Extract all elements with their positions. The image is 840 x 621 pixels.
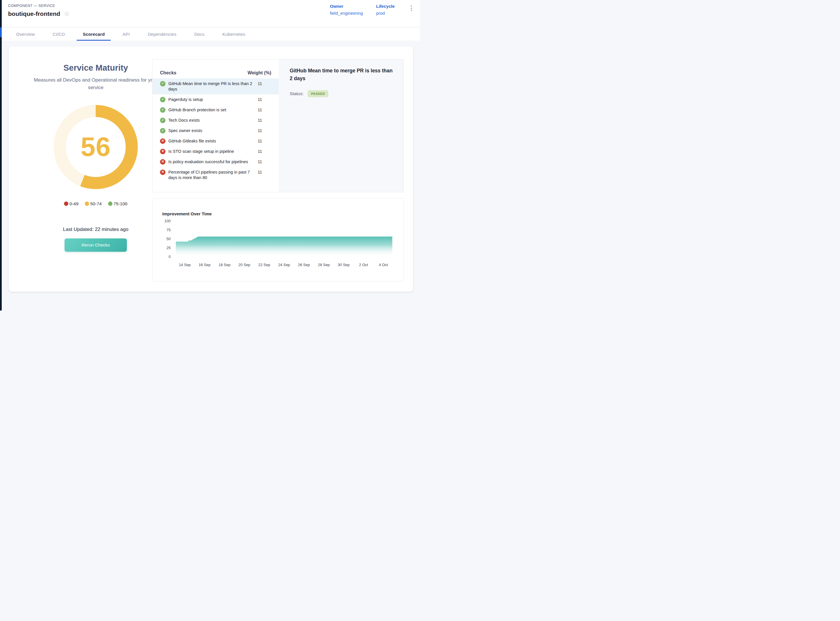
tab-scorecard[interactable]: Scorecard xyxy=(77,27,111,41)
check-row[interactable]: ✕Is STO scan stage setup in pipeline11 xyxy=(153,146,279,156)
lifecycle-value: prod xyxy=(376,11,395,15)
check-passed-icon: ✓ xyxy=(160,107,165,113)
check-weight: 11 xyxy=(258,149,262,154)
check-failed-icon: ✕ xyxy=(160,170,165,175)
legend-dot-icon xyxy=(64,201,68,206)
check-row[interactable]: ✓Spec owner exists11 xyxy=(153,126,279,136)
check-weight: 11 xyxy=(258,118,262,123)
legend-label: 50-74 xyxy=(90,201,102,206)
tab-label: Docs xyxy=(194,32,204,36)
check-row[interactable]: ✕Percentage of CI pipelines passing in p… xyxy=(153,167,279,183)
legend-label: 0-49 xyxy=(70,201,79,206)
legend-label: 75-100 xyxy=(114,201,127,206)
check-name: Is STO scan stage setup in pipeline xyxy=(168,149,255,154)
service-maturity-panel: Service Maturity Measures all DevOps and… xyxy=(32,46,159,252)
checks-section: Checks Weight (%) ✓GitHub Mean time to m… xyxy=(152,59,404,192)
check-name: Percentage of CI pipelines passing in pa… xyxy=(168,170,255,180)
active-nav-indicator xyxy=(0,27,2,37)
legend-item: 0-49 xyxy=(64,201,79,206)
check-name: GitHub Gitleaks file exists xyxy=(168,138,255,144)
status-label: Status: xyxy=(290,91,304,96)
check-failed-icon: ✕ xyxy=(160,138,165,144)
tab-label: CI/CD xyxy=(53,32,65,36)
svg-text:28 Sep: 28 Sep xyxy=(318,263,330,267)
check-failed-icon: ✕ xyxy=(160,159,165,165)
check-passed-icon: ✓ xyxy=(160,128,165,133)
check-passed-icon: ✓ xyxy=(160,97,165,102)
check-name: Tech Docs exists xyxy=(168,118,255,123)
check-weight: 11 xyxy=(258,128,262,133)
tab-label: Kubernetes xyxy=(222,32,245,36)
svg-text:16 Sep: 16 Sep xyxy=(198,263,210,267)
check-row[interactable]: ✓GitHub Mean time to merge PR is less th… xyxy=(153,79,279,94)
svg-text:50: 50 xyxy=(166,237,171,241)
tab-api[interactable]: API xyxy=(117,27,136,41)
svg-text:0: 0 xyxy=(169,254,171,259)
more-options-kebab-icon[interactable] xyxy=(410,4,413,11)
owner-link[interactable]: field_engineering xyxy=(330,11,363,15)
check-weight: 11 xyxy=(258,138,262,144)
check-weight: 11 xyxy=(258,170,262,175)
breadcrumb: COMPONENT — SERVICE xyxy=(8,4,70,8)
left-nav-rail[interactable] xyxy=(0,0,2,310)
content-area: Service Maturity Measures all DevOps and… xyxy=(2,41,420,292)
check-row[interactable]: ✕Is policy evaluation successful for pip… xyxy=(153,156,279,167)
tab-ci-cd[interactable]: CI/CD xyxy=(47,27,71,41)
check-row[interactable]: ✓Pagerduty is setup11 xyxy=(153,94,279,105)
checks-column-header: Checks xyxy=(160,70,176,76)
tab-kubernetes[interactable]: Kubernetes xyxy=(216,27,251,41)
checks-table-header: Checks Weight (%) xyxy=(153,59,279,79)
svg-text:22 Sep: 22 Sep xyxy=(258,263,270,267)
maturity-donut: 56 xyxy=(54,105,138,189)
tab-label: Scorecard xyxy=(83,32,104,36)
check-row[interactable]: ✓Tech Docs exists11 xyxy=(153,115,279,126)
tab-label: API xyxy=(123,32,130,36)
svg-text:100: 100 xyxy=(164,219,171,223)
owner-block: Owner field_engineering xyxy=(330,4,363,15)
svg-text:14 Sep: 14 Sep xyxy=(179,263,191,267)
svg-text:18 Sep: 18 Sep xyxy=(218,263,230,267)
check-passed-icon: ✓ xyxy=(160,81,165,86)
page-title: boutique-frontend xyxy=(8,11,60,17)
score-legend: 0-4950-7475-100 xyxy=(32,201,159,206)
entity-title-block: COMPONENT — SERVICE boutique-frontend ☆ xyxy=(8,4,70,27)
check-name: Is policy evaluation successful for pipe… xyxy=(168,159,255,165)
rerun-checks-button[interactable]: Rerun Checks xyxy=(65,238,127,252)
tab-label: Dependencies xyxy=(148,32,176,36)
svg-text:24 Sep: 24 Sep xyxy=(278,263,290,267)
status-badge: PASSED xyxy=(307,90,328,97)
favorite-star-icon[interactable]: ☆ xyxy=(64,11,70,17)
svg-text:25: 25 xyxy=(166,245,171,250)
svg-text:20 Sep: 20 Sep xyxy=(238,263,250,267)
scorecard-card: Service Maturity Measures all DevOps and… xyxy=(9,46,413,292)
tabs: OverviewCI/CDScorecardAPIDependenciesDoc… xyxy=(2,27,420,41)
check-detail-panel: GitHub Mean time to merge PR is less tha… xyxy=(279,59,404,192)
check-weight: 11 xyxy=(258,81,262,86)
scorecard-title: Service Maturity xyxy=(32,63,159,73)
page-header: COMPONENT — SERVICE boutique-frontend ☆ … xyxy=(2,0,420,27)
scorecard-subtitle: Measures all DevOps and Operational read… xyxy=(32,76,159,92)
tab-overview[interactable]: Overview xyxy=(10,27,41,41)
svg-text:26 Sep: 26 Sep xyxy=(298,263,310,267)
check-row[interactable]: ✓GitHub Branch protection is set11 xyxy=(153,105,279,115)
checks-table: Checks Weight (%) ✓GitHub Mean time to m… xyxy=(153,59,279,192)
checks-table-body: ✓GitHub Mean time to merge PR is less th… xyxy=(153,79,279,183)
tab-dependencies[interactable]: Dependencies xyxy=(142,27,183,41)
legend-item: 75-100 xyxy=(108,201,127,206)
improvement-chart-svg: 100755025014 Sep16 Sep18 Sep20 Sep22 Sep… xyxy=(158,218,398,272)
check-row[interactable]: ✕GitHub Gitleaks file exists11 xyxy=(153,136,279,146)
check-passed-icon: ✓ xyxy=(160,118,165,123)
check-weight: 11 xyxy=(258,97,262,102)
improvement-chart-section: Improvement Over Time 100755025014 Sep16… xyxy=(152,198,404,282)
svg-text:2 Oct: 2 Oct xyxy=(359,263,368,267)
tab-label: Overview xyxy=(16,32,35,36)
check-name: Pagerduty is setup xyxy=(168,97,255,102)
svg-text:30 Sep: 30 Sep xyxy=(338,263,350,267)
check-failed-icon: ✕ xyxy=(160,149,165,154)
weight-column-header: Weight (%) xyxy=(248,70,271,76)
maturity-score: 56 xyxy=(81,132,111,162)
legend-dot-icon xyxy=(108,201,112,206)
tab-docs[interactable]: Docs xyxy=(188,27,210,41)
svg-text:75: 75 xyxy=(166,228,171,232)
app-window: COMPONENT — SERVICE boutique-frontend ☆ … xyxy=(0,0,420,310)
